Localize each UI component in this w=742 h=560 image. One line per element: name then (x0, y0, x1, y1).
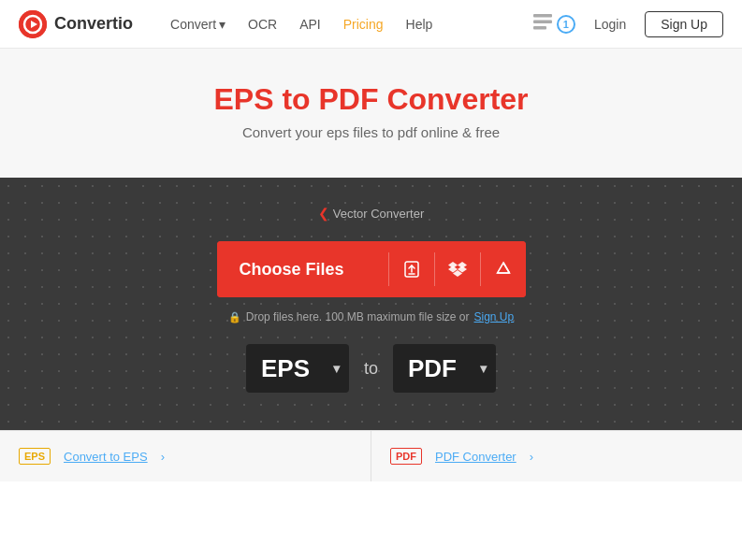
choose-files-button[interactable]: Choose Files (217, 241, 388, 297)
login-button[interactable]: Login (587, 11, 633, 37)
format-to-select[interactable]: PDF ▾ (393, 344, 496, 393)
bottom-cards: EPS Convert to EPS › PDF PDF Converter › (0, 430, 742, 481)
choose-files-area: Choose Files (217, 241, 526, 297)
svg-line-15 (503, 263, 510, 273)
eps-badge: EPS (19, 448, 51, 465)
pdf-arrow-icon: › (530, 450, 533, 464)
phone-upload-icon[interactable] (389, 241, 434, 297)
pdf-badge: PDF (390, 448, 422, 465)
hero-section: EPS to PDF Converter Convert your eps fi… (0, 49, 742, 178)
chevron-icon: ▾ (219, 17, 226, 32)
eps-arrow-icon: › (161, 450, 165, 464)
breadcrumb: ❮ Vector Converter (318, 206, 425, 221)
drop-hint: 🔒 Drop files here. 100 MB maximum file s… (228, 310, 514, 323)
signup-link[interactable]: Sign Up (474, 310, 515, 323)
google-drive-icon[interactable] (481, 241, 526, 297)
svg-rect-3 (533, 14, 552, 18)
chevron-to-icon: ▾ (480, 361, 487, 376)
nav-api[interactable]: API (290, 11, 330, 37)
format-from-select[interactable]: EPS ▾ (246, 344, 349, 393)
bottom-card-eps: EPS Convert to EPS › (0, 431, 371, 481)
nav-pricing[interactable]: Pricing (334, 11, 393, 37)
logo[interactable]: Convertio (19, 10, 133, 38)
svg-marker-14 (497, 263, 509, 273)
nav-help[interactable]: Help (397, 11, 443, 37)
pdf-converter-link[interactable]: PDF Converter (435, 450, 516, 464)
lock-icon: 🔒 (228, 311, 241, 323)
page-title: EPS to PDF Converter (19, 82, 723, 117)
nav-links: Convert ▾ OCR API Pricing Help (161, 11, 532, 37)
nav-icons: 1 (532, 13, 575, 35)
logo-icon (19, 10, 47, 38)
nav-ocr[interactable]: OCR (239, 11, 286, 37)
nav-right: 1 Login Sign Up (532, 11, 723, 37)
notification-badge[interactable]: 1 (557, 15, 575, 34)
dropbox-icon[interactable] (435, 241, 480, 297)
format-to-word: to (364, 359, 378, 379)
stack-icon[interactable] (532, 13, 553, 35)
signup-button[interactable]: Sign Up (645, 11, 723, 37)
convert-to-eps-link[interactable]: Convert to EPS (64, 450, 148, 464)
breadcrumb-arrow: ❮ (318, 206, 329, 221)
converter-section: ❮ Vector Converter Choose Files (0, 178, 742, 430)
icon-dividers (388, 241, 526, 297)
hero-subtitle: Convert your eps files to pdf online & f… (19, 124, 723, 140)
chevron-from-icon: ▾ (333, 361, 340, 376)
logo-text: Convertio (54, 14, 133, 34)
logo-svg (19, 10, 47, 38)
nav-convert[interactable]: Convert ▾ (161, 11, 235, 37)
bottom-card-pdf: PDF PDF Converter › (371, 431, 742, 481)
format-row: EPS ▾ to PDF ▾ (246, 344, 496, 393)
svg-rect-5 (533, 26, 546, 30)
navbar: Convertio Convert ▾ OCR API Pricing Help (0, 0, 742, 49)
svg-rect-4 (533, 21, 552, 24)
